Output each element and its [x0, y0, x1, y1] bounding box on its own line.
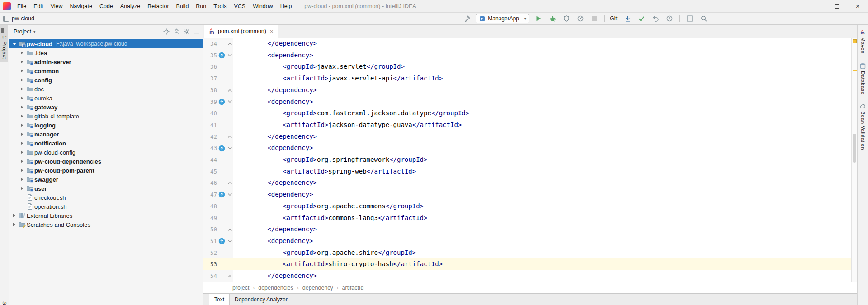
- tree-item-gateway[interactable]: gateway: [9, 103, 203, 112]
- tree-item-manager[interactable]: manager: [9, 130, 203, 139]
- chevron-collapsed-icon[interactable]: [19, 60, 25, 64]
- breadcrumb-dependency[interactable]: dependency: [302, 285, 333, 291]
- close-button[interactable]: ×: [847, 0, 868, 12]
- code-line-48[interactable]: 48<groupId>org.apache.commons</groupId>: [203, 201, 857, 212]
- code-line-34[interactable]: 34</dependency>: [203, 38, 857, 50]
- editor-scrollbar[interactable]: [851, 38, 857, 282]
- fold-start-icon[interactable]: [226, 54, 233, 57]
- code-line-43[interactable]: 43<dependency>: [203, 142, 857, 154]
- code-line-51[interactable]: 51<dependency>: [203, 235, 857, 247]
- tree-item-pw-cloud-pom-parent[interactable]: pw-cloud-pom-parent: [9, 166, 203, 175]
- git-commit-button[interactable]: [637, 14, 646, 23]
- menu-window[interactable]: Window: [249, 0, 276, 13]
- menu-analyze[interactable]: Analyze: [117, 0, 144, 13]
- tree-item-config[interactable]: config: [9, 75, 203, 84]
- maximize-button[interactable]: [826, 0, 847, 12]
- chevron-collapsed-icon[interactable]: [11, 223, 18, 226]
- breadcrumb-dependencies[interactable]: dependencies: [258, 285, 293, 291]
- collapse-all-icon[interactable]: [174, 28, 179, 34]
- fold-end-icon[interactable]: [226, 274, 233, 278]
- tree-item-operation-sh[interactable]: operation.sh: [9, 202, 203, 211]
- code-line-52[interactable]: 52<groupId>org.apache.shiro</groupId>: [203, 247, 857, 259]
- tree-item-checkout-sh[interactable]: checkout.sh: [9, 193, 203, 202]
- profiler-button[interactable]: [576, 14, 585, 23]
- fold-start-icon[interactable]: [226, 146, 233, 150]
- code-line-36[interactable]: 36<groupId>javax.servlet</groupId>: [203, 61, 857, 73]
- tree-item-pw-cloud-config[interactable]: pw-cloud-config: [9, 148, 203, 157]
- hide-panel-icon[interactable]: [194, 29, 199, 34]
- chevron-collapsed-icon[interactable]: [11, 214, 18, 217]
- tool-window-button-database[interactable]: Database: [860, 63, 866, 94]
- tree-item-common[interactable]: common: [9, 66, 203, 75]
- menu-build[interactable]: Build: [173, 0, 193, 13]
- tree-item-doc[interactable]: doc: [9, 84, 203, 94]
- fold-start-icon[interactable]: [226, 100, 233, 103]
- debug-button[interactable]: [547, 14, 557, 23]
- code-line-42[interactable]: 42</dependency>: [203, 131, 857, 143]
- editor-tab-pom-xml[interactable]: m pom.xml (common) ×: [204, 25, 278, 38]
- scrollbar-thumb[interactable]: [853, 134, 856, 163]
- chevron-down-icon[interactable]: ▾: [33, 29, 36, 34]
- code-line-50[interactable]: 50</dependency>: [203, 224, 857, 235]
- chevron-collapsed-icon[interactable]: [19, 169, 25, 172]
- tool-window-button-project[interactable]: 1: Project: [0, 25, 8, 62]
- project-view-title[interactable]: Project: [14, 28, 31, 35]
- breadcrumb-project[interactable]: project: [232, 285, 250, 291]
- locate-file-icon[interactable]: [163, 28, 170, 35]
- menu-file[interactable]: File: [14, 0, 30, 13]
- chevron-collapsed-icon[interactable]: [19, 150, 25, 154]
- nav-breadcrumb[interactable]: pw-cloud: [3, 15, 34, 22]
- tree-item-eureka[interactable]: eureka: [9, 94, 203, 103]
- menu-help[interactable]: Help: [277, 0, 296, 13]
- coverage-button[interactable]: [561, 14, 571, 23]
- search-icon[interactable]: [699, 14, 709, 23]
- menu-refactor[interactable]: Refactor: [144, 0, 172, 13]
- tree-item-external-libraries[interactable]: External Libraries: [9, 211, 203, 220]
- tree-item-logging[interactable]: logging: [9, 121, 203, 130]
- menu-tools[interactable]: Tools: [210, 0, 230, 13]
- tool-window-button-maven[interactable]: mMaven: [860, 29, 866, 54]
- chevron-collapsed-icon[interactable]: [19, 187, 25, 190]
- code-line-35[interactable]: 35<dependency>: [203, 50, 857, 61]
- git-history-button[interactable]: [665, 14, 675, 23]
- fold-end-icon[interactable]: [226, 228, 233, 231]
- fold-end-icon[interactable]: [226, 135, 233, 138]
- tree-item-pw-cloud-dependencies[interactable]: pw-cloud-dependencies: [9, 157, 203, 166]
- menu-edit[interactable]: Edit: [30, 0, 47, 13]
- chevron-collapsed-icon[interactable]: [19, 87, 25, 91]
- code-line-40[interactable]: 40<groupId>com.fasterxml.jackson.datatyp…: [203, 108, 857, 119]
- inspection-status-icon[interactable]: [853, 39, 857, 43]
- code-line-45[interactable]: 45<artifactId>spring-web</artifactId>: [203, 166, 857, 178]
- code-line-47[interactable]: 47<dependency>: [203, 189, 857, 201]
- tree-item-idea[interactable]: .idea: [9, 48, 203, 57]
- chevron-collapsed-icon[interactable]: [19, 132, 25, 136]
- menu-navigate[interactable]: Navigate: [66, 0, 96, 13]
- tree-item-admin-server[interactable]: admin-server: [9, 57, 203, 66]
- bottom-tab-text[interactable]: Text: [209, 294, 230, 305]
- editor-layout-icon[interactable]: [685, 14, 695, 23]
- code-line-44[interactable]: 44<groupId>org.springframework</groupId>: [203, 154, 857, 166]
- code-line-37[interactable]: 37<artifactId>javax.servlet-api</artifac…: [203, 73, 857, 84]
- git-revert-button[interactable]: [651, 14, 660, 23]
- code-line-54[interactable]: 54</dependency>: [203, 270, 857, 282]
- chevron-collapsed-icon[interactable]: [19, 78, 25, 82]
- breadcrumb-artifactid[interactable]: artifactId: [342, 285, 364, 291]
- build-hammer-icon[interactable]: [462, 14, 472, 23]
- tree-item-pw-cloud[interactable]: pw-cloudF:\java_workspace\pw-cloud: [9, 39, 203, 48]
- git-update-button[interactable]: [623, 14, 632, 23]
- run-button[interactable]: [533, 14, 543, 23]
- chevron-collapsed-icon[interactable]: [19, 123, 25, 127]
- chevron-collapsed-icon[interactable]: [19, 178, 25, 181]
- chevron-collapsed-icon[interactable]: [19, 160, 25, 163]
- fold-start-icon[interactable]: [226, 193, 233, 197]
- code-line-49[interactable]: 49<artifactId>commons-lang3</artifactId>: [203, 212, 857, 224]
- code-line-38[interactable]: 38</dependency>: [203, 84, 857, 96]
- code-line-46[interactable]: 46</dependency>: [203, 177, 857, 189]
- code-editor[interactable]: 34</dependency>35<dependency>36<groupId>…: [203, 38, 857, 282]
- fold-start-icon[interactable]: [226, 239, 233, 243]
- warning-stripe-mark[interactable]: [853, 70, 857, 71]
- tree-item-notification[interactable]: notification: [9, 139, 203, 148]
- tool-window-button-bean-validation[interactable]: Bean Validation: [860, 103, 866, 150]
- code-line-39[interactable]: 39<dependency>: [203, 96, 857, 108]
- fold-end-icon[interactable]: [226, 42, 233, 46]
